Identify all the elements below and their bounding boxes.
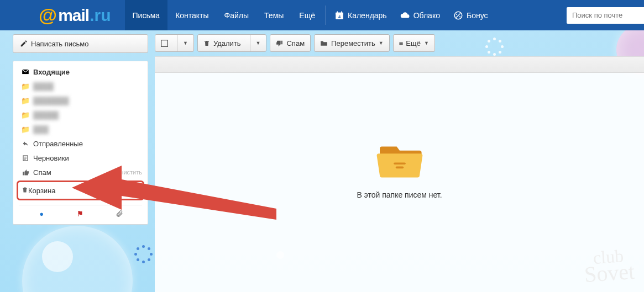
main-nav: Письма Контакты Файлы Темы Ещё [125,0,323,30]
folder-inbox-label: Входящие [33,68,142,76]
inbox-icon [21,68,30,75]
reply-icon [21,140,30,147]
folder-custom-4[interactable]: 📁 ███ [13,122,148,136]
service-cloud-label: Облако [413,11,440,20]
checkbox-icon [161,40,168,47]
empty-folder-state: В этой папке писем нет. [155,140,644,199]
delete-label: Удалить [213,39,241,47]
svg-rect-13 [161,40,168,46]
app-header: @ mail .ru Письма Контакты Файлы Темы Ещ… [0,0,644,30]
folder-custom-1[interactable]: 📁 ████ [13,79,148,93]
service-calendar-label: Календарь [348,11,387,20]
compose-label: Написать письмо [31,40,88,48]
chevron-down-icon: ▼ [379,40,384,46]
clear-spam-link[interactable]: очистить [117,169,142,176]
trash-icon [22,186,28,195]
move-button[interactable]: Переместить ▼ [314,34,390,52]
cloud-icon [400,10,410,20]
compose-icon [20,40,28,47]
nav-contacts[interactable]: Контакты [167,0,216,30]
folder-inbox[interactable]: Входящие [13,65,148,79]
tab-flagged-icon[interactable] [76,210,84,217]
empty-message: В этой папке писем нет. [155,190,644,199]
chevron-down-icon: ▼ [256,40,261,46]
service-cloud[interactable]: Облако [394,0,447,30]
chevron-down-icon: ▼ [424,40,429,46]
menu-icon: ≡ [399,39,403,47]
select-all-button[interactable]: ▼ [155,34,194,52]
folder-icon [320,40,328,46]
delete-button[interactable]: Удалить ▼ [197,34,267,52]
folder-icon: 📁 [21,111,30,119]
compose-button[interactable]: Написать письмо [13,34,148,53]
folder-icon: 📁 [21,97,30,105]
more-button[interactable]: ≡ Ещё ▼ [393,34,435,52]
svg-rect-4 [341,11,342,13]
service-calendar[interactable]: 4 Календарь [328,0,394,30]
svg-point-7 [459,16,460,17]
tab-attachments-icon[interactable] [116,210,123,217]
folder-list: Входящие 📁 ████ 📁 ███████ 📁 █████ 📁 ███ … [13,61,148,225]
logo-ru: .ru [90,6,111,25]
chevron-down-icon: ▼ [183,40,188,46]
search-input[interactable] [567,7,644,24]
folder-drafts[interactable]: Черновики [13,151,148,165]
spam-label: Спам [286,39,305,47]
nav-mail[interactable]: Письма [125,0,168,30]
svg-rect-14 [394,162,406,164]
empty-folder-icon [375,140,425,178]
svg-point-6 [456,13,457,14]
message-list-header [155,57,644,73]
bonus-icon [453,10,463,20]
service-bonus-label: Бонус [467,11,488,20]
thumbs-down-icon [276,40,283,47]
tab-unread-dot-icon[interactable]: ● [38,210,45,217]
folder-icon: 📁 [21,82,30,91]
service-bonus[interactable]: Бонус [447,0,495,30]
spam-button[interactable]: Спам [270,34,311,52]
svg-rect-15 [395,167,403,169]
folder-trash[interactable]: Корзина [17,180,144,200]
calendar-icon: 4 [334,10,344,20]
logo-at: @ [39,4,57,26]
folder-icon: 📁 [21,125,30,134]
more-label: Ещё [406,39,421,47]
nav-themes[interactable]: Темы [256,0,291,30]
logo-mail: mail [58,6,89,25]
move-label: Переместить [331,39,375,47]
folder-custom-3[interactable]: 📁 █████ [13,108,148,122]
drafts-icon [21,155,30,162]
folder-trash-label: Корзина [28,187,56,195]
folder-sent[interactable]: Отправленные [13,136,148,151]
message-pane: В этой папке писем нет. [155,56,644,292]
logo[interactable]: @ mail .ru [0,0,125,30]
svg-rect-3 [337,11,338,13]
spam-icon [21,169,30,176]
nav-files[interactable]: Файлы [217,0,256,30]
folder-sent-label: Отправленные [33,140,142,148]
nav-more[interactable]: Ещё [291,0,323,30]
folder-custom-2[interactable]: 📁 ███████ [13,93,148,108]
folder-filter-tabs: ● [13,209,148,219]
message-toolbar: ▼ Удалить ▼ Спам Переместить ▼ ≡ Ещё ▼ [155,34,435,52]
folder-spam[interactable]: Спам очистить [13,165,148,179]
search-container [567,0,644,30]
folder-drafts-label: Черновики [33,154,142,162]
trash-icon [203,40,210,47]
folder-spam-label: Спам [33,168,117,177]
watermark: clubSovet [583,248,635,284]
